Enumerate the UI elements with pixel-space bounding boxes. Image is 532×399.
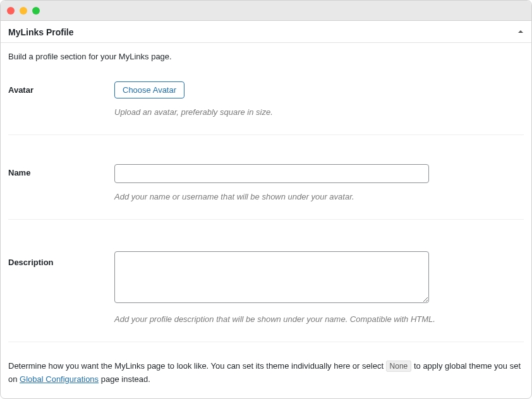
field-row-avatar: Avatar Choose Avatar Upload an avatar, p… — [8, 76, 524, 135]
field-row-description: Description Add your profile description… — [8, 237, 524, 342]
minimize-window-button[interactable] — [20, 7, 27, 15]
avatar-content: Choose Avatar Upload an avatar, preferab… — [114, 81, 524, 117]
panel-title: MyLinks Profile — [8, 27, 73, 37]
panel-intro: Build a profile section for your MyLinks… — [8, 52, 524, 61]
description-content: Add your profile description that will b… — [114, 251, 524, 324]
theme-section-text: Determine how you want the MyLinks page … — [8, 360, 524, 386]
maximize-window-button[interactable] — [32, 7, 40, 15]
theme-section-before: Determine how you want the MyLinks page … — [8, 361, 386, 371]
name-input[interactable] — [114, 164, 429, 183]
panel-header[interactable]: MyLinks Profile — [1, 21, 531, 43]
name-help: Add your name or username that will be s… — [114, 192, 524, 201]
theme-section-after: page instead. — [101, 374, 150, 384]
name-label: Name — [8, 164, 114, 201]
global-configurations-link[interactable]: Global Configurations — [20, 374, 99, 384]
avatar-help: Upload an avatar, preferably square in s… — [114, 107, 524, 117]
none-badge: None — [386, 360, 412, 372]
description-input[interactable] — [114, 251, 429, 303]
field-row-name: Name Add your name or username that will… — [8, 153, 524, 220]
close-window-button[interactable] — [7, 7, 15, 15]
panel-body: Build a profile section for your MyLinks… — [1, 43, 531, 399]
name-content: Add your name or username that will be s… — [114, 164, 524, 201]
description-help: Add your profile description that will b… — [114, 314, 524, 324]
description-label: Description — [8, 251, 114, 324]
choose-avatar-button[interactable]: Choose Avatar — [114, 81, 184, 98]
window-titlebar — [1, 1, 531, 21]
avatar-label: Avatar — [8, 81, 114, 117]
collapse-toggle-icon[interactable] — [517, 28, 524, 36]
